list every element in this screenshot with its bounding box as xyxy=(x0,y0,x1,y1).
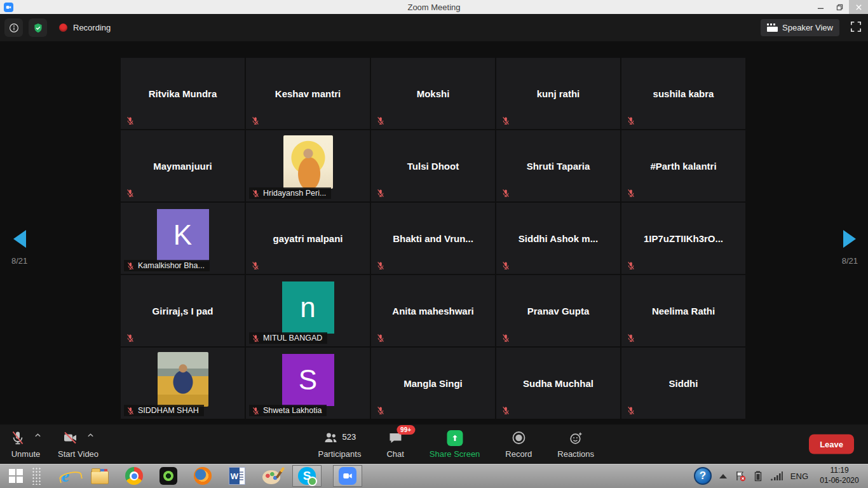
participant-tile[interactable]: Pranav Gupta xyxy=(496,275,620,346)
participants-button[interactable]: 523 Participants xyxy=(318,430,361,459)
participant-tile[interactable]: #Parth kalantri xyxy=(621,130,745,201)
participant-tile[interactable]: Keshav mantri xyxy=(246,58,370,129)
participant-tile[interactable]: Mangla Singi xyxy=(371,348,495,419)
name-label: Hridayansh Peri... xyxy=(249,187,331,199)
name-label: SIDDHAM SHAH xyxy=(124,405,204,416)
mic-muted-icon xyxy=(376,116,385,125)
name-label: MITUL BANGAD xyxy=(249,332,327,344)
record-button[interactable]: Record xyxy=(505,430,532,459)
participant-name: Anita maheshwari xyxy=(392,306,473,316)
meeting-top-bar: Recording Speaker View xyxy=(0,14,868,41)
unmute-button[interactable]: Unmute xyxy=(10,430,41,459)
participant-tile[interactable]: Bhakti and Vrun... xyxy=(371,203,495,274)
participant-tile[interactable]: Shruti Taparia xyxy=(496,130,620,201)
mic-muted-icon xyxy=(501,406,510,415)
participant-tile[interactable]: gayatri malpani xyxy=(246,203,370,274)
leave-button[interactable]: Leave xyxy=(809,435,854,454)
participant-name: Tulsi Dhoot xyxy=(407,161,459,172)
participant-tile[interactable]: Neelima Rathi xyxy=(621,275,745,346)
participant-tile[interactable]: Ritvika Mundra xyxy=(121,58,245,129)
start-button[interactable] xyxy=(6,466,25,485)
file-explorer-icon[interactable] xyxy=(90,466,109,485)
skype-taskbar-button[interactable]: S xyxy=(292,465,322,487)
meeting-info-icon[interactable] xyxy=(4,18,23,37)
mic-muted-icon xyxy=(126,407,135,415)
chat-unread-badge: 99+ xyxy=(397,425,415,435)
participant-tile[interactable]: Giriraj,s I pad xyxy=(121,275,245,346)
participant-tile[interactable]: sushila kabra xyxy=(621,58,745,129)
participants-icon xyxy=(323,430,339,445)
firefox-icon[interactable] xyxy=(193,466,212,485)
windows-taskbar: e S ? xyxy=(0,464,868,488)
paint-icon[interactable] xyxy=(262,466,281,485)
mic-muted-icon xyxy=(252,189,260,198)
avatar: K xyxy=(157,209,209,261)
help-tray-icon[interactable]: ? xyxy=(694,467,712,485)
participant-tile[interactable]: Siddhi Ashok m... xyxy=(496,203,620,274)
internet-explorer-icon[interactable]: e xyxy=(56,466,75,485)
mic-muted-icon xyxy=(376,406,385,415)
participant-tile[interactable]: SIDDHAM SHAH xyxy=(121,348,245,419)
camera-off-icon xyxy=(63,430,78,445)
participant-grid: Ritvika Mundra Keshav mantri Mokshi kunj… xyxy=(121,58,745,419)
mic-muted-icon xyxy=(126,189,135,198)
taskbar-clock[interactable]: 11:19 01-06-2020 xyxy=(816,466,863,485)
restore-button[interactable] xyxy=(830,0,849,14)
previous-page-control[interactable]: 8/21 xyxy=(11,229,27,266)
participant-tile[interactable]: kunj rathi xyxy=(496,58,620,129)
mic-muted-icon xyxy=(252,334,260,342)
profile-photo xyxy=(158,352,208,407)
speaker-view-button[interactable]: Speaker View xyxy=(761,19,839,36)
participant-tile[interactable]: K Kamalkishor Bha... xyxy=(121,203,245,274)
minimize-button[interactable] xyxy=(811,0,830,14)
mic-muted-icon xyxy=(10,430,25,445)
fullscreen-button[interactable] xyxy=(850,21,862,35)
participant-name: Keshav mantri xyxy=(275,88,341,99)
participant-tile[interactable]: S Shweta Lakhotia xyxy=(246,348,370,419)
zoom-taskbar-button[interactable] xyxy=(333,465,362,487)
participant-tile[interactable]: Siddhi xyxy=(621,348,745,419)
media-app-icon[interactable] xyxy=(159,466,178,485)
participant-tile[interactable]: Mokshi xyxy=(371,58,495,129)
participant-tile[interactable]: Hridayansh Peri... xyxy=(246,130,370,201)
share-screen-button[interactable]: Share Screen xyxy=(430,430,480,459)
chrome-icon[interactable] xyxy=(125,466,144,485)
close-button[interactable] xyxy=(849,0,868,14)
language-indicator[interactable]: ENG xyxy=(790,471,808,481)
participant-name: Neelima Rathi xyxy=(652,306,715,316)
participant-tile[interactable]: n MITUL BANGAD xyxy=(246,275,370,346)
battery-icon[interactable] xyxy=(754,470,763,482)
participant-name: Siddhi Ashok m... xyxy=(519,233,598,244)
reactions-button[interactable]: Reactions xyxy=(557,430,594,459)
speaker-view-label: Speaker View xyxy=(782,23,833,32)
participant-tile[interactable]: Anita maheshwari xyxy=(371,275,495,346)
participant-tile[interactable]: 1IP7uZTIIKh3rO... xyxy=(621,203,745,274)
mic-muted-icon xyxy=(376,334,385,342)
show-hidden-icons-arrow[interactable] xyxy=(719,474,727,478)
page-indicator: 8/21 xyxy=(11,256,27,266)
participant-name: sushila kabra xyxy=(653,88,714,99)
share-screen-icon xyxy=(447,430,463,446)
mic-muted-icon xyxy=(252,407,260,415)
next-page-control[interactable]: 8/21 xyxy=(842,229,858,266)
prev-page-arrow-icon xyxy=(12,229,27,248)
action-center-flag-icon[interactable] xyxy=(735,470,746,482)
mic-muted-icon xyxy=(251,116,260,125)
mic-muted-icon xyxy=(376,189,385,198)
chevron-up-icon[interactable] xyxy=(34,433,41,438)
start-video-button[interactable]: Start Video xyxy=(58,430,98,459)
mic-muted-icon xyxy=(627,334,635,342)
network-signal-icon[interactable] xyxy=(770,471,783,481)
encryption-shield-icon[interactable] xyxy=(29,18,47,37)
start-video-label: Start Video xyxy=(58,449,98,459)
page-indicator: 8/21 xyxy=(842,256,858,266)
participant-tile[interactable]: Maymanjuuri xyxy=(121,130,245,201)
chevron-up-icon[interactable] xyxy=(87,433,94,438)
word-icon[interactable] xyxy=(227,466,247,485)
chat-button[interactable]: 99+ Chat xyxy=(386,430,403,459)
participant-name: Mokshi xyxy=(417,88,450,99)
participant-tile[interactable]: Sudha Muchhal xyxy=(496,348,620,419)
participant-name: Siddhi xyxy=(669,378,698,389)
taskbar-grip-handle[interactable] xyxy=(32,467,41,485)
participant-tile[interactable]: Tulsi Dhoot xyxy=(371,130,495,201)
